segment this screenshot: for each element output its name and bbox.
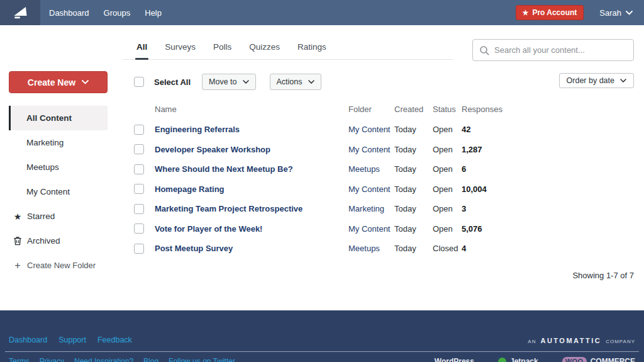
pro-account-button[interactable]: ★ Pro Account (516, 5, 584, 20)
footer-link-support[interactable]: Support (58, 336, 86, 344)
nav-item-dashboard[interactable]: Dashboard (49, 8, 89, 18)
order-by-dropdown[interactable]: Order by date (559, 73, 634, 88)
chevron-down-icon (308, 80, 314, 84)
folder-link[interactable]: My Content (348, 125, 394, 134)
content-name-link[interactable]: Engineering Referrals (155, 125, 348, 134)
footer-bottom-row: Terms Privacy Need Inspiration? Blog Fol… (9, 357, 635, 362)
content-name-link[interactable]: Marketing Team Project Retrospective (155, 204, 348, 213)
sidebar-item-meetups[interactable]: Meetups (9, 155, 108, 179)
sidebar-item-marketing[interactable]: Marketing (9, 130, 108, 155)
tab-all[interactable]: All (135, 38, 148, 59)
trash-icon (13, 236, 23, 246)
tab-surveys[interactable]: Surveys (164, 38, 197, 59)
table-row: Engineering Referrals My Content Today O… (134, 120, 497, 140)
footer-link-blog[interactable]: Blog (143, 357, 158, 362)
move-to-dropdown[interactable]: Move to (202, 74, 255, 90)
nav-item-help[interactable]: Help (145, 8, 162, 18)
status-value: Open (433, 164, 462, 174)
star-icon: ★ (13, 212, 23, 222)
content-type-tabs: All Surveys Polls Quizzes Ratings (123, 38, 453, 60)
responses-value: 3 (462, 204, 497, 213)
row-checkbox[interactable] (134, 164, 144, 174)
table-row: Where Should the Next Meetup Be? Meetups… (134, 159, 497, 179)
responses-value: 6 (462, 164, 497, 174)
footer-link-feedback[interactable]: Feedback (97, 336, 132, 344)
column-header-name: Name (155, 105, 348, 114)
responses-value: 42 (462, 125, 497, 134)
sidebar-item-my-content[interactable]: My Content (9, 179, 108, 204)
table-header: Name Folder Created Status Responses (134, 105, 497, 120)
tab-polls[interactable]: Polls (212, 38, 233, 59)
jetpack-icon (498, 358, 506, 362)
folder-link[interactable]: My Content (348, 145, 394, 154)
create-new-button[interactable]: Create New (9, 71, 108, 93)
sidebar-item-all-content[interactable]: All Content (9, 106, 108, 130)
table-row: Vote for Player of the Week! My Content … (134, 219, 497, 239)
sidebar-item-archived[interactable]: Archived (9, 229, 108, 253)
chevron-down-icon (620, 79, 626, 82)
content-name-link[interactable]: Developer Speaker Workshop (155, 145, 348, 154)
footer-link-privacy[interactable]: Privacy (40, 357, 64, 362)
woo-icon: WOO (562, 357, 587, 362)
app-logo[interactable] (0, 0, 40, 25)
folder-link[interactable]: My Content (348, 184, 394, 194)
woocommerce-label: COMMERCE (591, 357, 635, 362)
wordpress-logo[interactable]: WordPress (435, 357, 474, 362)
nav-item-groups[interactable]: Groups (104, 8, 131, 18)
search-icon (479, 45, 489, 55)
footer-link-terms[interactable]: Terms (9, 357, 30, 362)
row-checkbox[interactable] (134, 125, 144, 135)
content-name-link[interactable]: Vote for Player of the Week! (155, 224, 348, 234)
navbar-links: Dashboard Groups Help (49, 8, 162, 18)
user-menu[interactable]: Sarah (599, 8, 633, 18)
row-checkbox[interactable] (134, 244, 144, 254)
create-new-folder-button[interactable]: + Create New Folder (9, 253, 108, 278)
row-checkbox[interactable] (134, 204, 144, 214)
jetpack-logo[interactable]: Jetpack (498, 357, 538, 362)
tab-quizzes[interactable]: Quizzes (248, 38, 281, 59)
order-by-label: Order by date (567, 76, 614, 85)
tab-ratings[interactable]: Ratings (296, 38, 328, 59)
folder-link[interactable]: Meetups (348, 244, 394, 253)
create-new-label: Create New (28, 77, 75, 88)
folder-link[interactable]: My Content (348, 224, 394, 234)
folder-link[interactable]: Marketing (348, 204, 394, 213)
status-value: Open (433, 125, 462, 134)
footer-link-twitter[interactable]: Follow us on Twitter (169, 357, 235, 362)
footer-links: Dashboard Support Feedback (9, 336, 132, 344)
sidebar-item-label: Meetups (26, 162, 59, 172)
automattic-branding: AN AUTOMATTIC COMPANY (528, 337, 635, 344)
row-checkbox[interactable] (134, 184, 144, 194)
star-icon: ★ (523, 9, 529, 16)
created-value: Today (394, 224, 433, 234)
user-name: Sarah (599, 8, 621, 18)
sidebar-item-label: Archived (27, 236, 60, 246)
automattic-logo: AUTOMATTIC (540, 337, 601, 344)
status-value: Open (433, 204, 462, 213)
content-name-link[interactable]: Post Meetup Survey (155, 244, 348, 253)
footer-link-inspiration[interactable]: Need Inspiration? (74, 357, 133, 362)
sidebar-item-label: Starred (27, 212, 55, 221)
bulk-actions-bar: Select All Move to Actions (134, 74, 321, 90)
folder-link[interactable]: Meetups (348, 164, 394, 174)
row-checkbox[interactable] (134, 223, 144, 234)
column-header-status: Status (433, 105, 462, 114)
responses-value: 10,004 (462, 184, 497, 194)
search-input[interactable] (494, 45, 627, 55)
created-value: Today (394, 164, 433, 174)
move-to-label: Move to (209, 77, 236, 86)
row-checkbox[interactable] (134, 144, 144, 154)
select-all-checkbox[interactable] (134, 77, 144, 87)
chevron-down-icon (626, 11, 633, 15)
woocommerce-logo[interactable]: WOO COMMERCE (562, 357, 635, 362)
content-table: Name Folder Created Status Responses Eng… (134, 105, 497, 259)
footer-bottom-links: Terms Privacy Need Inspiration? Blog Fol… (9, 357, 235, 362)
actions-dropdown[interactable]: Actions (270, 74, 321, 90)
chevron-down-icon (243, 80, 249, 84)
content-name-link[interactable]: Homepage Rating (155, 184, 348, 194)
sidebar-item-starred[interactable]: ★ Starred (9, 204, 108, 229)
status-value: Open (433, 145, 462, 154)
footer-link-dashboard[interactable]: Dashboard (9, 336, 47, 344)
content-name-link[interactable]: Where Should the Next Meetup Be? (155, 164, 348, 174)
plus-icon: + (13, 260, 23, 271)
